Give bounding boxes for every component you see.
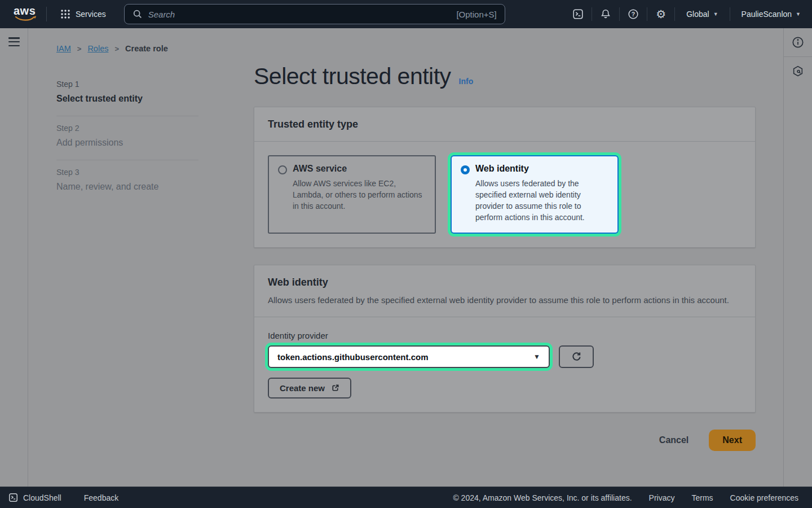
wizard-actions: Cancel Next	[254, 430, 756, 451]
help-icon: ?	[627, 8, 639, 20]
aws-logo-text: aws	[14, 5, 38, 17]
breadcrumb: IAM > Roles > Create role	[56, 44, 168, 53]
breadcrumb-roles-link[interactable]: Roles	[87, 44, 108, 53]
svg-text:?: ?	[632, 11, 635, 17]
step-title: Select trusted entity	[56, 94, 198, 104]
card-description: Allows users federated by the specified …	[268, 294, 736, 306]
right-panel-strip	[783, 28, 812, 487]
feedback-link[interactable]: Feedback	[84, 493, 118, 502]
aws-console: aws Services [Option+S]	[0, 0, 812, 508]
page-title: Select trusted entity	[254, 63, 451, 90]
step-number: Step 1	[56, 80, 198, 89]
region-label: Global	[686, 10, 709, 19]
info-link[interactable]: Info	[459, 77, 474, 86]
services-menu[interactable]: Services	[55, 0, 112, 28]
identity-provider-label: Identity provider	[268, 331, 742, 340]
breadcrumb-current: Create role	[125, 44, 168, 53]
aws-logo[interactable]: aws	[14, 5, 38, 24]
identity-provider-value: token.actions.githubusercontent.com	[277, 352, 429, 362]
card-title: Trusted entity type	[268, 119, 742, 130]
notifications-button[interactable]	[592, 0, 619, 28]
help-button[interactable]: ?	[620, 0, 647, 28]
search-input[interactable]	[148, 10, 451, 19]
copyright-text: © 2024, Amazon Web Services, Inc. or its…	[453, 493, 632, 502]
step-3-name-review-create: Step 3 Name, review, and create	[56, 160, 198, 204]
refresh-button[interactable]	[559, 345, 594, 368]
aws-service-option[interactable]: AWS service Allow AWS services like EC2,…	[268, 155, 436, 234]
cloudshell-label: CloudShell	[23, 493, 61, 502]
search-icon	[133, 9, 143, 19]
step-1-select-trusted-entity: Step 1 Select trusted entity	[56, 72, 198, 116]
hamburger-menu-icon[interactable]	[8, 37, 20, 46]
step-title: Name, review, and create	[56, 182, 198, 192]
radio-selected-icon[interactable]	[461, 165, 470, 174]
external-link-icon	[331, 384, 339, 392]
hexagon-icon	[792, 65, 804, 77]
nav-separator	[46, 7, 47, 21]
breadcrumb-iam-link[interactable]: IAM	[56, 44, 71, 53]
chevron-down-icon: ▼	[796, 11, 801, 17]
web-identity-card: Web identity Allows users federated by t…	[254, 265, 756, 413]
trusted-entity-type-card: Trusted entity type AWS service Allow AW…	[254, 107, 756, 248]
top-nav: aws Services [Option+S]	[0, 0, 812, 28]
bell-icon	[599, 8, 612, 20]
option-description: Allow AWS services like EC2, Lambda, or …	[293, 178, 426, 212]
cancel-button[interactable]: Cancel	[659, 435, 689, 445]
refresh-icon	[570, 351, 582, 363]
account-label: PaulieScanlon	[742, 10, 792, 19]
create-new-button[interactable]: Create new	[268, 378, 351, 398]
left-sidebar-strip	[0, 28, 28, 487]
info-panel-button[interactable]	[784, 28, 812, 56]
option-title: Web identity	[475, 164, 608, 174]
step-number: Step 2	[56, 124, 198, 133]
cloudshell-terminal-icon	[8, 492, 19, 503]
footer-bar: CloudShell Feedback © 2024, Amazon Web S…	[0, 487, 812, 508]
web-identity-option[interactable]: Web identity Allows users federated by t…	[451, 155, 619, 234]
search-bar[interactable]: [Option+S]	[124, 4, 505, 24]
option-title: AWS service	[293, 164, 426, 174]
resources-panel-button[interactable]	[784, 57, 812, 85]
card-title: Web identity	[268, 277, 742, 288]
region-selector[interactable]: Global ▼	[675, 0, 729, 28]
nav-right: ? ⚙ Global ▼ PaulieScanlon ▼	[564, 0, 812, 28]
account-menu[interactable]: PaulieScanlon ▼	[730, 0, 812, 28]
wizard-steps-nav: Step 1 Select trusted entity Step 2 Add …	[56, 72, 198, 204]
terms-link[interactable]: Terms	[691, 493, 713, 502]
services-grid-icon	[60, 9, 70, 19]
step-number: Step 3	[56, 168, 198, 177]
radio-unselected-icon[interactable]	[278, 165, 287, 174]
breadcrumb-separator: >	[71, 45, 88, 53]
privacy-link[interactable]: Privacy	[649, 493, 675, 502]
cloudshell-button[interactable]	[564, 0, 592, 28]
info-circle-icon	[791, 36, 805, 49]
aws-smile-icon	[15, 16, 36, 21]
option-description: Allows users federated by the specified …	[475, 178, 608, 223]
cookie-preferences-link[interactable]: Cookie preferences	[730, 493, 798, 502]
footer-cloudshell-button[interactable]: CloudShell	[8, 492, 61, 503]
breadcrumb-separator: >	[108, 45, 125, 53]
cloudshell-terminal-icon	[572, 8, 584, 20]
chevron-down-icon: ▼	[713, 11, 718, 17]
step-title: Add permissions	[56, 138, 198, 148]
step-2-add-permissions: Step 2 Add permissions	[56, 116, 198, 160]
next-button[interactable]: Next	[709, 430, 756, 451]
wizard-main-panel: Select trusted entity Info Trusted entit…	[254, 63, 756, 451]
settings-button[interactable]: ⚙	[647, 0, 674, 28]
gear-icon: ⚙	[656, 8, 666, 20]
select-caret-icon: ▼	[533, 353, 540, 361]
search-shortcut: [Option+S]	[456, 10, 496, 19]
identity-provider-select[interactable]: token.actions.githubusercontent.com ▼	[268, 345, 550, 368]
create-new-label: Create new	[280, 383, 325, 393]
main-content: IAM > Roles > Create role Step 1 Select …	[28, 28, 783, 487]
services-label: Services	[76, 10, 106, 19]
